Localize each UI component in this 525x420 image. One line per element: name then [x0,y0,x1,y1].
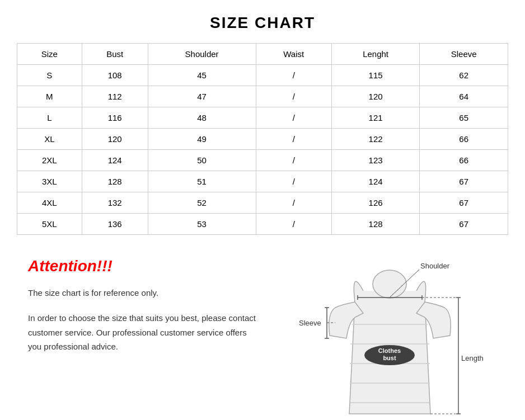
table-cell: 53 [148,214,256,235]
table-cell: 51 [148,171,256,192]
table-cell: 112 [82,86,148,107]
table-row: 3XL12851/12467 [17,171,508,192]
table-cell: 136 [82,214,148,235]
table-cell: 52 [148,192,256,214]
table-body: S10845/11562M11247/12064L11648/12165XL12… [17,65,508,235]
table-cell: 5XL [17,214,82,235]
svg-text:Sleeve: Sleeve [299,319,321,327]
table-header-cell: Size [17,44,82,65]
table-row: S10845/11562 [17,65,508,86]
table-cell: / [256,192,331,214]
table-cell: 47 [148,86,256,107]
table-cell: 122 [331,129,420,150]
table-cell: 121 [331,107,420,129]
bottom-section: Attention!!! The size chart is for refer… [17,252,508,420]
table-cell: 132 [82,192,148,214]
table-cell: / [256,150,331,171]
svg-text:Clothes: Clothes [378,347,400,354]
table-cell: 64 [420,86,508,107]
table-header-cell: Sleeve [420,44,508,65]
table-cell: 62 [420,65,508,86]
svg-text:Shoulder: Shoulder [420,262,450,270]
table-cell: 67 [420,192,508,214]
table-header-row: SizeBustShoulderWaistLenghtSleeve [17,44,508,65]
table-row: 2XL12450/12366 [17,150,508,171]
table-header: SizeBustShoulderWaistLenghtSleeve [17,44,508,65]
table-cell: 45 [148,65,256,86]
table-cell: XL [17,129,82,150]
table-cell: 120 [82,129,148,150]
table-cell: 126 [331,192,420,214]
table-row: XL12049/12266 [17,129,508,150]
info-text-2: In order to choose the size that suits y… [28,311,262,354]
table-cell: M [17,86,82,107]
table-cell: 124 [331,171,420,192]
table-row: M11247/12064 [17,86,508,107]
size-table: SizeBustShoulderWaistLenghtSleeve S10845… [17,43,508,235]
table-cell: 116 [82,107,148,129]
table-cell: / [256,214,331,235]
table-cell: / [256,65,331,86]
table-cell: 65 [420,107,508,129]
table-header-cell: Shoulder [148,44,256,65]
table-cell: 50 [148,150,256,171]
table-cell: 67 [420,214,508,235]
table-cell: 66 [420,129,508,150]
right-diagram: Shoulder Length Sleeve Clothes bust [274,252,508,420]
table-cell: / [256,171,331,192]
table-cell: 67 [420,171,508,192]
table-row: 5XL13653/12867 [17,214,508,235]
svg-text:bust: bust [383,355,396,361]
table-cell: 120 [331,86,420,107]
svg-text:Length: Length [461,354,484,362]
table-cell: 2XL [17,150,82,171]
info-text-1: The size chart is for reference only. [28,286,262,300]
diagram-svg: Shoulder Length Sleeve Clothes bust [296,257,486,420]
table-cell: L [17,107,82,129]
attention-label: Attention!!! [28,257,262,275]
table-cell: 108 [82,65,148,86]
left-info: Attention!!! The size chart is for refer… [17,252,274,354]
table-cell: 128 [331,214,420,235]
table-cell: 49 [148,129,256,150]
table-cell: / [256,129,331,150]
table-cell: 115 [331,65,420,86]
table-row: 4XL13252/12667 [17,192,508,214]
page-title: SIZE CHART [17,14,508,32]
table-cell: / [256,107,331,129]
table-cell: 48 [148,107,256,129]
table-cell: 123 [331,150,420,171]
table-row: L11648/12165 [17,107,508,129]
table-header-cell: Lenght [331,44,420,65]
table-cell: 128 [82,171,148,192]
table-cell: 124 [82,150,148,171]
table-cell: S [17,65,82,86]
table-header-cell: Waist [256,44,331,65]
table-cell: 3XL [17,171,82,192]
table-header-cell: Bust [82,44,148,65]
svg-point-0 [373,270,406,298]
table-cell: / [256,86,331,107]
table-cell: 4XL [17,192,82,214]
table-cell: 66 [420,150,508,171]
